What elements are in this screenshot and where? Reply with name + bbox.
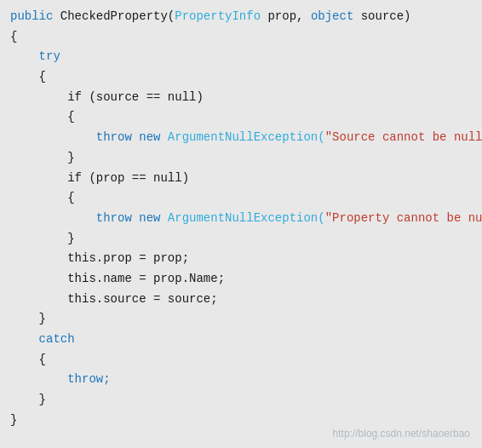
code-line: try [0, 47, 482, 67]
code-token: object [311, 8, 353, 26]
code-line: { [0, 350, 482, 370]
code-token: { [10, 351, 46, 370]
code-line: } [0, 148, 482, 169]
code-token: try [10, 48, 60, 66]
code-token: { [10, 108, 75, 127]
code-line: } [0, 309, 482, 330]
code-token: this.prop = prop; [10, 250, 189, 268]
code-token: "Source cannot be null." [325, 129, 482, 147]
code-token: } [10, 149, 75, 168]
code-line: { [0, 107, 482, 128]
code-token: } [10, 310, 46, 329]
code-token: throw [10, 129, 139, 147]
code-token: ArgumentNullException( [168, 129, 325, 147]
code-line: if (source == null) [0, 88, 482, 108]
code-line: this.source = source; [0, 290, 482, 310]
code-line: throw new ArgumentNullException("Source … [0, 128, 482, 148]
code-line: public CheckedProperty(PropertyInfo prop… [0, 7, 482, 27]
code-line: } [0, 390, 482, 411]
code-token: } [10, 230, 75, 249]
code-token: source) [353, 8, 410, 26]
code-token: new [139, 129, 168, 147]
code-token: CheckedProperty( [60, 8, 175, 26]
code-token: new [139, 210, 168, 228]
code-token: throw; [10, 370, 111, 389]
code-token: throw [10, 210, 139, 228]
code-token: if (source == null) [10, 89, 204, 107]
code-token: ArgumentNullException( [168, 210, 325, 228]
code-line: this.name = prop.Name; [0, 269, 482, 290]
code-token: { [10, 68, 46, 87]
code-token: "Property cannot be null." [325, 210, 482, 228]
code-token: { [10, 189, 75, 208]
code-token: PropertyInfo [175, 8, 261, 26]
code-line: catch [0, 330, 482, 350]
watermark: http://blog.csdn.net/shaoerbao [333, 428, 470, 439]
code-token: if (prop == null) [10, 169, 189, 188]
code-line: this.prop = prop; [0, 249, 482, 269]
code-line: } [0, 229, 482, 250]
code-line: throw; [0, 370, 482, 390]
code-line: { [0, 67, 482, 88]
code-token: public [10, 8, 60, 26]
code-line: { [0, 188, 482, 209]
code-token: } [10, 391, 46, 410]
code-token: } [10, 411, 17, 430]
code-line: { [0, 27, 482, 48]
code-token: prop, [261, 8, 311, 26]
code-token: this.source = source; [10, 290, 218, 309]
code-line: throw new ArgumentNullException("Propert… [0, 209, 482, 229]
code-token: this.name = prop.Name; [10, 270, 225, 289]
code-block: public CheckedProperty(PropertyInfo prop… [0, 0, 482, 448]
code-token: catch [10, 330, 75, 349]
code-line: if (prop == null) [0, 169, 482, 189]
code-token: { [10, 28, 17, 47]
